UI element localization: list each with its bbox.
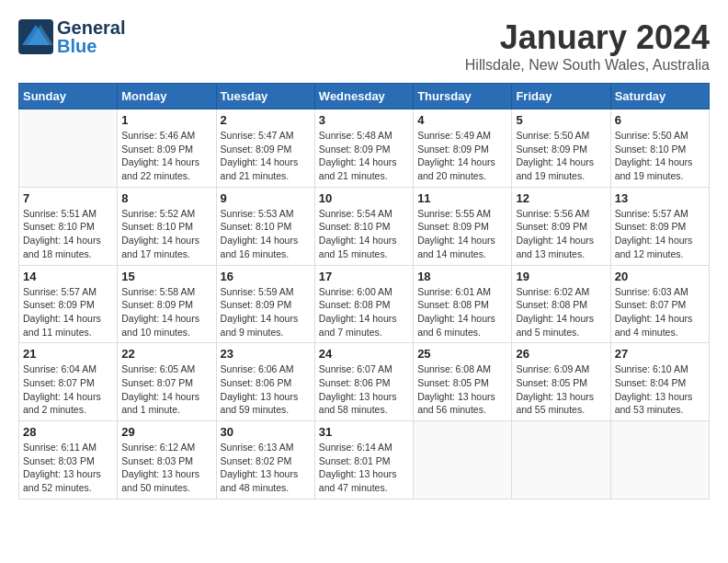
header-tuesday: Tuesday <box>216 84 314 109</box>
calendar-table: Sunday Monday Tuesday Wednesday Thursday… <box>18 83 710 500</box>
header-sunday: Sunday <box>19 84 118 109</box>
day-info: Sunrise: 6:10 AM Sunset: 8:04 PM Dayligh… <box>615 362 705 417</box>
day-info: Sunrise: 6:04 AM Sunset: 8:07 PM Dayligh… <box>23 362 113 417</box>
day-number: 17 <box>319 270 409 283</box>
calendar-week-4: 21Sunrise: 6:04 AM Sunset: 8:07 PM Dayli… <box>19 343 710 421</box>
month-title: January 2024 <box>465 18 710 57</box>
day-number: 22 <box>121 347 211 361</box>
day-number: 13 <box>615 191 705 205</box>
day-number: 4 <box>417 113 507 127</box>
calendar-cell: 29Sunrise: 6:12 AM Sunset: 8:03 PM Dayli… <box>118 421 216 500</box>
logo-text: General Blue <box>57 18 125 55</box>
day-number: 14 <box>23 270 113 283</box>
day-number: 28 <box>23 425 113 439</box>
calendar-cell: 9Sunrise: 5:53 AM Sunset: 8:10 PM Daylig… <box>216 187 314 265</box>
day-info: Sunrise: 6:09 AM Sunset: 8:05 PM Dayligh… <box>516 362 606 417</box>
calendar-cell: 19Sunrise: 6:02 AM Sunset: 8:08 PM Dayli… <box>512 265 610 343</box>
calendar-cell <box>19 109 118 188</box>
day-info: Sunrise: 5:46 AM Sunset: 8:09 PM Dayligh… <box>121 129 211 183</box>
day-number: 16 <box>221 270 311 283</box>
calendar-cell: 7Sunrise: 5:51 AM Sunset: 8:10 PM Daylig… <box>19 187 118 265</box>
days-header-row: Sunday Monday Tuesday Wednesday Thursday… <box>19 84 710 109</box>
calendar-cell: 13Sunrise: 5:57 AM Sunset: 8:09 PM Dayli… <box>610 187 709 265</box>
header-monday: Monday <box>118 84 216 109</box>
day-info: Sunrise: 5:50 AM Sunset: 8:09 PM Dayligh… <box>516 129 606 183</box>
header-wednesday: Wednesday <box>314 84 413 109</box>
day-info: Sunrise: 6:06 AM Sunset: 8:06 PM Dayligh… <box>221 362 311 417</box>
day-info: Sunrise: 6:14 AM Sunset: 8:01 PM Dayligh… <box>319 441 409 495</box>
calendar-week-5: 28Sunrise: 6:11 AM Sunset: 8:03 PM Dayli… <box>19 421 710 500</box>
day-number: 29 <box>121 425 211 439</box>
day-info: Sunrise: 6:08 AM Sunset: 8:05 PM Dayligh… <box>417 362 507 417</box>
day-info: Sunrise: 6:01 AM Sunset: 8:08 PM Dayligh… <box>417 285 507 339</box>
day-number: 31 <box>319 425 409 439</box>
calendar-cell: 1Sunrise: 5:46 AM Sunset: 8:09 PM Daylig… <box>118 109 216 188</box>
calendar-cell: 28Sunrise: 6:11 AM Sunset: 8:03 PM Dayli… <box>19 421 118 500</box>
day-info: Sunrise: 5:56 AM Sunset: 8:09 PM Dayligh… <box>516 207 606 261</box>
day-info: Sunrise: 6:12 AM Sunset: 8:03 PM Dayligh… <box>121 441 211 495</box>
calendar-cell: 27Sunrise: 6:10 AM Sunset: 8:04 PM Dayli… <box>610 343 709 421</box>
calendar-cell: 18Sunrise: 6:01 AM Sunset: 8:08 PM Dayli… <box>414 265 512 343</box>
day-info: Sunrise: 5:53 AM Sunset: 8:10 PM Dayligh… <box>221 207 311 261</box>
day-info: Sunrise: 5:49 AM Sunset: 8:09 PM Dayligh… <box>417 129 507 183</box>
calendar-cell: 3Sunrise: 5:48 AM Sunset: 8:09 PM Daylig… <box>314 109 413 188</box>
calendar-cell: 20Sunrise: 6:03 AM Sunset: 8:07 PM Dayli… <box>610 265 709 343</box>
day-number: 21 <box>23 347 113 361</box>
calendar-cell: 4Sunrise: 5:49 AM Sunset: 8:09 PM Daylig… <box>414 109 512 188</box>
day-number: 12 <box>516 191 606 205</box>
day-number: 19 <box>516 270 606 283</box>
day-info: Sunrise: 6:00 AM Sunset: 8:08 PM Dayligh… <box>319 285 409 339</box>
day-number: 27 <box>615 347 705 361</box>
day-info: Sunrise: 5:51 AM Sunset: 8:10 PM Dayligh… <box>23 207 113 261</box>
logo: General Blue <box>18 18 125 55</box>
title-block: January 2024 Hillsdale, New South Wales,… <box>465 18 710 74</box>
day-number: 3 <box>319 113 409 127</box>
calendar-week-3: 14Sunrise: 5:57 AM Sunset: 8:09 PM Dayli… <box>19 265 710 343</box>
calendar-cell: 26Sunrise: 6:09 AM Sunset: 8:05 PM Dayli… <box>512 343 610 421</box>
day-number: 11 <box>417 191 507 205</box>
day-info: Sunrise: 5:55 AM Sunset: 8:09 PM Dayligh… <box>417 207 507 261</box>
header-thursday: Thursday <box>414 84 512 109</box>
day-info: Sunrise: 5:52 AM Sunset: 8:10 PM Dayligh… <box>121 207 211 261</box>
day-number: 9 <box>221 191 311 205</box>
page-header: General Blue January 2024 Hillsdale, New… <box>18 18 710 74</box>
day-number: 6 <box>615 113 705 127</box>
day-info: Sunrise: 6:13 AM Sunset: 8:02 PM Dayligh… <box>221 441 311 495</box>
calendar-week-1: 1Sunrise: 5:46 AM Sunset: 8:09 PM Daylig… <box>19 109 710 188</box>
day-info: Sunrise: 6:05 AM Sunset: 8:07 PM Dayligh… <box>121 362 211 417</box>
calendar-body: 1Sunrise: 5:46 AM Sunset: 8:09 PM Daylig… <box>19 109 710 500</box>
calendar-cell <box>414 421 512 500</box>
day-number: 24 <box>319 347 409 361</box>
calendar-cell: 2Sunrise: 5:47 AM Sunset: 8:09 PM Daylig… <box>216 109 314 188</box>
day-number: 1 <box>121 113 211 127</box>
day-info: Sunrise: 6:07 AM Sunset: 8:06 PM Dayligh… <box>319 362 409 417</box>
day-number: 23 <box>221 347 311 361</box>
calendar-cell: 11Sunrise: 5:55 AM Sunset: 8:09 PM Dayli… <box>414 187 512 265</box>
calendar-cell: 17Sunrise: 6:00 AM Sunset: 8:08 PM Dayli… <box>314 265 413 343</box>
day-number: 10 <box>319 191 409 205</box>
day-info: Sunrise: 5:57 AM Sunset: 8:09 PM Dayligh… <box>615 207 705 261</box>
day-info: Sunrise: 5:58 AM Sunset: 8:09 PM Dayligh… <box>121 285 211 339</box>
day-info: Sunrise: 5:47 AM Sunset: 8:09 PM Dayligh… <box>221 129 311 183</box>
day-number: 25 <box>417 347 507 361</box>
day-info: Sunrise: 6:03 AM Sunset: 8:07 PM Dayligh… <box>615 285 705 339</box>
day-info: Sunrise: 5:54 AM Sunset: 8:10 PM Dayligh… <box>319 207 409 261</box>
day-info: Sunrise: 5:59 AM Sunset: 8:09 PM Dayligh… <box>221 285 311 339</box>
day-number: 5 <box>516 113 606 127</box>
day-number: 8 <box>121 191 211 205</box>
calendar-cell: 23Sunrise: 6:06 AM Sunset: 8:06 PM Dayli… <box>216 343 314 421</box>
day-number: 30 <box>221 425 311 439</box>
calendar-cell: 25Sunrise: 6:08 AM Sunset: 8:05 PM Dayli… <box>414 343 512 421</box>
calendar-cell <box>512 421 610 500</box>
calendar-cell: 22Sunrise: 6:05 AM Sunset: 8:07 PM Dayli… <box>118 343 216 421</box>
day-info: Sunrise: 5:50 AM Sunset: 8:10 PM Dayligh… <box>615 129 705 183</box>
logo-general-text: General <box>57 18 125 37</box>
location-title: Hillsdale, New South Wales, Australia <box>465 57 710 74</box>
calendar-cell: 15Sunrise: 5:58 AM Sunset: 8:09 PM Dayli… <box>118 265 216 343</box>
day-info: Sunrise: 6:11 AM Sunset: 8:03 PM Dayligh… <box>23 441 113 495</box>
logo-icon <box>18 19 53 54</box>
day-number: 26 <box>516 347 606 361</box>
day-info: Sunrise: 5:57 AM Sunset: 8:09 PM Dayligh… <box>23 285 113 339</box>
calendar-cell: 5Sunrise: 5:50 AM Sunset: 8:09 PM Daylig… <box>512 109 610 188</box>
day-number: 15 <box>121 270 211 283</box>
